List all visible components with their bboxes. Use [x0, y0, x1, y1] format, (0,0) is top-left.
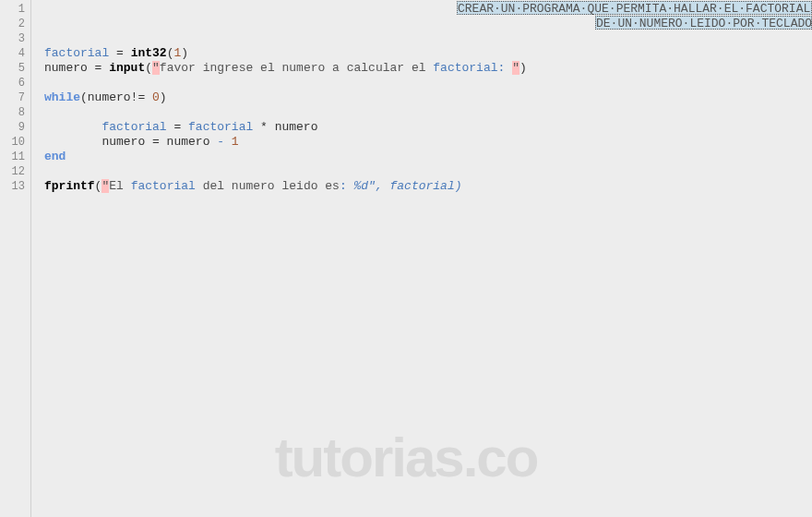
code-line: numero = numero - 1	[44, 135, 812, 150]
code-line	[44, 105, 812, 120]
line-number: 8	[0, 105, 30, 120]
comment-text: DE·UN·NUMERO·LEIDO·POR·TECLADO	[596, 17, 812, 30]
line-number: 1	[0, 2, 30, 17]
line-number-gutter: 1 2 3 4 5 6 7 8 9 10 11 12 13	[0, 0, 31, 517]
code-line: end	[44, 150, 812, 164]
line-number: 3	[0, 31, 30, 46]
selection-highlight: CREAR·UN·PROGRAMA·QUE·PERMITA·HALLAR·EL·…	[457, 1, 812, 15]
code-line	[44, 31, 812, 46]
code-line: numero = input("favor ingrese el numero …	[44, 61, 812, 76]
comment-text: CREAR·UN·PROGRAMA·QUE·PERMITA·HALLAR·EL·…	[458, 2, 810, 16]
line-number: 4	[0, 46, 30, 61]
line-number: 6	[0, 76, 30, 90]
code-line: factorial = int32(1)	[44, 46, 812, 61]
code-line	[44, 76, 812, 90]
line-number: 9	[0, 120, 30, 135]
line-number: 7	[0, 90, 30, 105]
code-line	[44, 164, 812, 179]
line-number: 11	[0, 150, 30, 164]
code-line: factorial = factorial * numero	[44, 120, 812, 135]
watermark-text: tutorias.co	[275, 426, 538, 489]
line-number: 12	[0, 164, 30, 179]
line-number: 5	[0, 61, 30, 76]
line-number: 10	[0, 135, 30, 150]
code-line: while(numero!= 0)	[44, 90, 812, 105]
selection-highlight: DE·UN·NUMERO·LEIDO·POR·TECLADO	[595, 16, 812, 30]
code-line: fprintf("El factorial del numero leido e…	[44, 179, 812, 194]
line-number: 13	[0, 179, 30, 194]
line-number: 2	[0, 17, 30, 31]
